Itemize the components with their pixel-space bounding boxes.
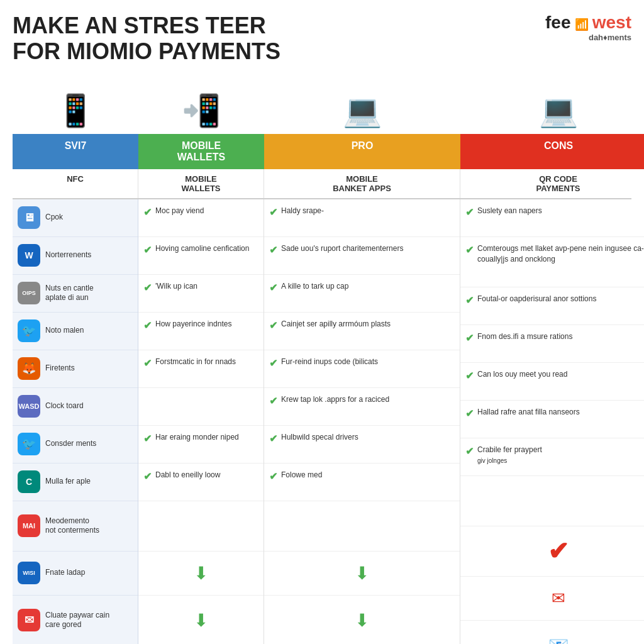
- wallet-feat-3: ✔ 'Wilk up ican: [138, 275, 264, 313]
- nfc-item-4: 🐦 Noto malen: [13, 313, 138, 350]
- app-icon-word: W: [18, 244, 40, 267]
- content-grid: 🖥 Cpok W Norterrenents OIPS Nuts en cant…: [13, 199, 631, 644]
- cons-feat-text-1: Suslety ean napers: [477, 206, 542, 216]
- subheader-wallets: MOBILEWALLETS: [138, 169, 264, 198]
- cons-feat-3: ✔ Foutal-or oapderisural anor sottions: [460, 287, 644, 325]
- cons-feat-1: ✔ Suslety ean napers: [460, 199, 644, 237]
- pro-arrow-1: ⬇: [264, 552, 460, 596]
- cons-empty: [460, 476, 644, 526]
- check-pro-4: ✔: [269, 319, 277, 333]
- pro-col: ✔ Haldy srape- ✔ Sade uou's ruport chari…: [264, 199, 460, 644]
- pro-feat-text-4: Cainjet ser apilly arrmóum plasts: [281, 319, 391, 330]
- nfc-item-11: ✉ Cluate paywar caincare gored: [13, 596, 138, 644]
- check-cons-7: ✔: [465, 445, 474, 458]
- check-icon-7: ✔: [143, 432, 152, 446]
- down-arrow-wallet-1: ⬇: [194, 563, 208, 584]
- app-name-nuts: Nuts en cantleaplate di aun: [45, 284, 94, 303]
- app-name-cluate: Cluate paywar caincare gored: [45, 611, 109, 630]
- wallet-arrow-1: ⬇: [138, 552, 264, 596]
- app-icon-c: C: [18, 470, 40, 493]
- check-pro-5: ✔: [269, 357, 277, 370]
- check-icon-1: ✔: [143, 206, 152, 219]
- pro-feat-text-6: Krew tap lok .apprs for a raciced: [281, 394, 389, 405]
- col-headers: SVI7 MOBILEWALLETS PRO CONS: [13, 134, 631, 169]
- wallet-feat-5: ✔ Forstmcatic in for nnads: [138, 350, 264, 388]
- header: MAKE AN STRES TEER FOR MIOMIO PAYMENTS f…: [13, 13, 631, 65]
- cons-feat-7: ✔ Crabile fer praypertgiv jolnges: [460, 438, 644, 476]
- app-name-firetents: Firetents: [45, 364, 75, 374]
- logo-sub: dah♦ments: [545, 33, 631, 42]
- col-header-wallets: MOBILEWALLETS: [138, 134, 264, 169]
- cons-red-icon-2: 📧: [460, 621, 644, 644]
- device-cons: 💻: [460, 77, 644, 134]
- wallet-feat-text-5: Forstmcatic in for nnads: [155, 357, 236, 367]
- app-name-noto: Noto malen: [45, 326, 84, 336]
- nfc-apps-column: 🖥 Cpok W Norterrenents OIPS Nuts en cant…: [13, 199, 138, 644]
- app-name-fnate: Fnate ladap: [45, 568, 85, 578]
- wallet-feat-8: ✔ Dabl to eneilly loow: [138, 464, 264, 501]
- app-icon-wisi: WISI: [18, 562, 40, 584]
- app-icon-cpok: 🖥: [18, 206, 40, 229]
- check-cons-3: ✔: [465, 294, 474, 308]
- subheader-pro: MOBILEBANKET APPS: [264, 169, 460, 198]
- nfc-item-3: OIPS Nuts en cantleaplate di aun: [13, 275, 138, 313]
- wallets-col: ✔ Moc pay viend ✔ Hoving camoline cenfic…: [138, 199, 264, 644]
- wallet-feat-4: ✔ How payerince indntes: [138, 313, 264, 350]
- nfc-item-1: 🖥 Cpok: [13, 199, 138, 237]
- check-pro-3: ✔: [269, 281, 277, 295]
- pro-feat-1: ✔ Haldy srape-: [264, 199, 460, 237]
- app-icon-oips: OIPS: [18, 282, 40, 304]
- check-cons-4: ✔: [465, 331, 474, 345]
- col-header-nfc: SVI7: [13, 134, 138, 169]
- red-check-icon: ✔: [548, 536, 569, 565]
- check-cons-2: ✔: [465, 243, 474, 257]
- app-name-mulla: Mulla fer aple: [45, 477, 91, 487]
- wallet-feat-7: ✔ Har eraing monder niped: [138, 426, 264, 464]
- app-name-meodemento: Meodementonot conterments: [45, 516, 99, 536]
- pro-feat-2: ✔ Sade uou's ruport charitementerners: [264, 237, 460, 275]
- cons-col: ✔ Suslety ean napers ✔ Comterougs met ll…: [460, 199, 644, 644]
- check-pro-2: ✔: [269, 243, 277, 257]
- nfc-item-8: C Mulla fer aple: [13, 464, 138, 501]
- cons-feat-2: ✔ Comterougs met llaket avp-pene nein in…: [460, 237, 644, 287]
- app-name-cpok: Cpok: [45, 213, 63, 223]
- cons-red-icon-1: ✉: [460, 577, 644, 621]
- nfc-item-9: MAI Meodementonot conterments: [13, 501, 138, 552]
- pro-feat-text-2: Sade uou's ruport charitementerners: [281, 243, 403, 254]
- check-pro-6: ✔: [269, 394, 277, 408]
- check-icon-3: ✔: [143, 281, 152, 295]
- app-icon-wased: WASD: [18, 395, 40, 418]
- cons-feat-text-7: Crabile fer praypertgiv jolnges: [477, 445, 542, 466]
- wallet-feat-text-4: How payerince indntes: [155, 319, 231, 330]
- laptop-cons-icon: 💻: [539, 92, 578, 129]
- pro-feat-8: ✔ Folowe med: [264, 464, 460, 501]
- sub-headers: NFC MOBILEWALLETS MOBILEBANKET APPS QR C…: [13, 169, 631, 199]
- check-icon-4: ✔: [143, 319, 152, 333]
- down-arrow-pro-1: ⬇: [355, 563, 369, 584]
- pro-feat-3: ✔ A kille to tark up cap: [264, 275, 460, 313]
- app-icon-mail: ✉: [18, 609, 40, 631]
- wallet-feat-text-2: Hoving camoline cenfication: [155, 243, 249, 254]
- pro-feat-6: ✔ Krew tap lok .apprs for a raciced: [264, 388, 460, 426]
- check-pro-7: ✔: [269, 432, 277, 446]
- pro-feat-text-1: Haldy srape-: [281, 206, 324, 216]
- col-header-pro: PRO: [264, 134, 460, 169]
- check-pro-1: ✔: [269, 206, 277, 219]
- cons-feat-text-5: Can los ouy meet you read: [477, 369, 567, 380]
- red-mail-icon-1: ✉: [552, 589, 565, 608]
- tablet-icon: 📲: [182, 92, 221, 129]
- device-nfc: 📱: [13, 77, 138, 134]
- device-pro: 💻: [264, 77, 460, 134]
- pro-arrow-2: ⬇: [264, 596, 460, 644]
- check-cons-5: ✔: [465, 369, 474, 383]
- nfc-item-7: 🐦 Consder ments: [13, 426, 138, 464]
- cons-big-check: ✔: [460, 526, 644, 577]
- check-cons-6: ✔: [465, 407, 474, 421]
- cons-feat-5: ✔ Can los ouy meet you read: [460, 363, 644, 401]
- app-icon-mai: MAI: [18, 514, 40, 537]
- cons-feat-text-4: Fnom des.ifi a msure rations: [477, 331, 572, 342]
- red-mail-icon-2: 📧: [548, 636, 569, 644]
- app-icon-twitter1: 🐦: [18, 319, 40, 342]
- phone-icon: 📱: [56, 92, 95, 129]
- wallet-arrow-2: ⬇: [138, 596, 264, 644]
